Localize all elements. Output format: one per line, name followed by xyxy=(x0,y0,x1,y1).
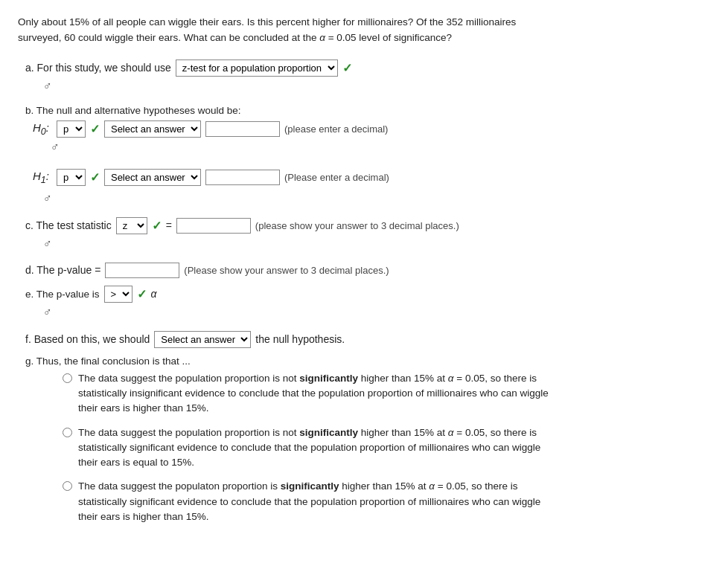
h1-answer-select[interactable]: Select an answer = ≠ < > ≤ ≥ xyxy=(104,169,201,186)
h0-param-select[interactable]: p μ σ xyxy=(57,120,86,138)
equals-sign: = xyxy=(166,219,172,231)
h0-answer-select[interactable]: Select an answer = ≠ < > ≤ ≥ xyxy=(104,120,201,138)
h0-label: H0: xyxy=(33,121,49,137)
h0-note: (please enter a decimal) xyxy=(284,123,388,135)
h1-param-select[interactable]: p μ σ xyxy=(57,169,86,186)
h1-section: H1: p μ σ ✓ Select an answer = ≠ < > ≤ ≥… xyxy=(33,169,710,186)
h1-label: H1: xyxy=(33,170,49,185)
h0-value-input[interactable] xyxy=(205,121,280,137)
section-c-sigma-icon: ♂ xyxy=(43,237,52,251)
h0-section: H0: p μ σ ✓ Select an answer = ≠ < > ≤ ≥… xyxy=(33,120,710,158)
h1-param-checkmark: ✓ xyxy=(90,170,100,184)
alpha-symbol: α xyxy=(151,288,157,300)
pvalue-compare-select[interactable]: > < = xyxy=(104,286,132,303)
section-e-checkmark: ✓ xyxy=(137,287,147,301)
conclusion-radio-group: The data suggest the population proporti… xyxy=(63,371,710,524)
radio-item-3: The data suggest the populaton proportio… xyxy=(63,479,554,524)
section-b: b. The null and alternative hypotheses w… xyxy=(25,105,710,210)
section-c: c. The test statistic z t F χ² ✓ = (plea… xyxy=(25,217,710,255)
radio-item-1: The data suggest the population proporti… xyxy=(63,371,554,417)
section-e-label: e. The p-value is xyxy=(25,289,100,300)
test-stat-select[interactable]: z t F χ² xyxy=(116,217,147,234)
section-g: g. Thus, the final conclusion is that ..… xyxy=(25,356,710,524)
section-c-label: c. The test statistic xyxy=(25,219,112,231)
h1-sigma-icon: ♂ xyxy=(43,192,52,205)
test-stat-input[interactable] xyxy=(176,218,251,234)
pvalue-input[interactable] xyxy=(105,263,179,278)
radio-item-2: The data suggest the population proporti… xyxy=(63,425,554,471)
intro-paragraph: Only about 15% of all people can wiggle … xyxy=(18,15,539,46)
radio-input-2[interactable] xyxy=(63,428,72,437)
section-d-note: (Please show your answer to 3 decimal pl… xyxy=(184,265,389,276)
section-c-checkmark: ✓ xyxy=(152,219,162,233)
section-a-label: a. For this study, we should use xyxy=(25,62,171,74)
h0-param-checkmark: ✓ xyxy=(90,122,100,136)
section-g-label: g. Thus, the final conclusion is that ..… xyxy=(25,356,710,367)
conclusion-select[interactable]: Select an answer reject fail to reject a… xyxy=(154,331,251,348)
section-f-suffix: the null hypothesis. xyxy=(255,333,345,345)
section-e: e. The p-value is > < = ✓ α ♂ xyxy=(25,286,710,324)
section-a-checkmark: ✓ xyxy=(342,61,352,75)
radio-label-2: The data suggest the population proporti… xyxy=(78,425,554,471)
section-b-label: b. The null and alternative hypotheses w… xyxy=(25,105,710,116)
section-d-label: d. The p-value = xyxy=(25,264,100,276)
radio-input-1[interactable] xyxy=(63,373,72,383)
section-c-note: (please show your answer to 3 decimal pl… xyxy=(255,220,459,231)
radio-label-1: The data suggest the population proporti… xyxy=(78,371,554,417)
radio-label-3: The data suggest the populaton proportio… xyxy=(78,479,554,524)
section-f: f. Based on this, we should Select an an… xyxy=(25,331,710,348)
section-d: d. The p-value = (Please show your answe… xyxy=(25,263,710,278)
section-a-sigma-icon: ♂ xyxy=(43,80,52,93)
study-type-select[interactable]: z-test for a population proportion t-tes… xyxy=(176,60,338,77)
section-a: a. For this study, we should use z-test … xyxy=(25,60,710,97)
h1-value-input[interactable] xyxy=(205,170,280,185)
section-e-sigma-icon: ♂ xyxy=(43,306,52,319)
h0-sigma-icon: ♂ xyxy=(51,141,60,154)
radio-input-3[interactable] xyxy=(63,481,72,491)
h1-note: (Please enter a decimal) xyxy=(284,172,389,183)
section-f-label: f. Based on this, we should xyxy=(25,333,150,345)
